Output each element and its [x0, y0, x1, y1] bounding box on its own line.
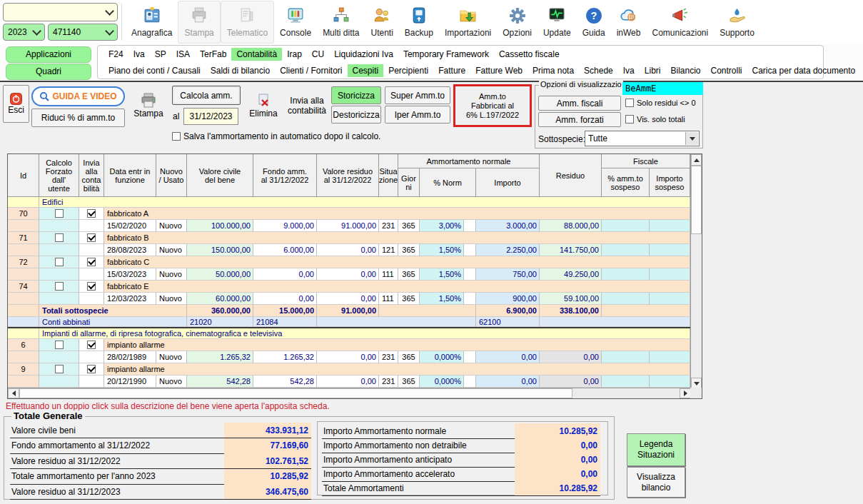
tab-irap[interactable]: Irap: [282, 48, 307, 61]
forzato-checkbox[interactable]: [55, 258, 64, 266]
data-calcolo-field[interactable]: 31/12/2023: [183, 108, 238, 125]
asset-name-cell[interactable]: fabbricato A: [104, 208, 690, 220]
forzato-checkbox[interactable]: [55, 282, 64, 291]
asset-name-cell[interactable]: fabbricato E: [104, 281, 690, 293]
asset-name-cell[interactable]: impianto allarme: [104, 363, 690, 376]
update-tool-button[interactable]: Update: [538, 1, 577, 43]
elimina-button[interactable]: Elimina: [245, 86, 282, 126]
cell-id-empty: [8, 244, 39, 256]
supporto-tool-button[interactable]: Supporto: [714, 1, 760, 43]
opzioni-tool-button[interactable]: Opzioni: [497, 1, 538, 43]
storicizza-button[interactable]: Storicizza: [331, 86, 381, 104]
tab-piano-dei-conti-causali[interactable]: Piano dei conti / Causali: [104, 64, 206, 77]
forzato-checkbox[interactable]: [55, 341, 64, 349]
amm-fabbricati-button[interactable]: Amm.to Fabbricati al 6% L.197/2022: [453, 84, 532, 127]
tab-cespiti[interactable]: Cespiti: [348, 64, 384, 77]
forzato-checkbox[interactable]: [55, 365, 64, 373]
salva-auto-checkbox[interactable]: [172, 132, 181, 141]
iper-amm-button[interactable]: Iper Amm.to: [385, 106, 450, 124]
vertical-scrollbar[interactable]: [690, 154, 702, 389]
tg-right-value: 10.285,92: [515, 423, 600, 438]
tab-schede[interactable]: Schede: [579, 64, 618, 77]
tool-label: Telematico: [227, 28, 268, 38]
invia-checkbox[interactable]: [87, 341, 96, 349]
solo-residui-checkbox[interactable]: [625, 99, 634, 107]
tab-terfab[interactable]: TerFab: [195, 48, 231, 61]
tab-percipienti[interactable]: Percipienti: [383, 64, 433, 77]
amm-fiscali-button[interactable]: Amm. fiscali: [538, 96, 621, 111]
tab-iva[interactable]: Iva: [618, 64, 640, 77]
amm-forzati-button[interactable]: Amm. forzati: [538, 112, 621, 127]
col-header-perc-sospeso: % amm.to sospeso: [602, 168, 650, 197]
tab-sp[interactable]: SP: [150, 48, 171, 61]
esci-button[interactable]: Esci: [3, 85, 29, 123]
guida-e-video-button[interactable]: GUIDA E VIDEO: [31, 86, 125, 106]
forzato-checkbox[interactable]: [55, 233, 64, 242]
comunicazioni-tool-button[interactable]: Comunicazioni: [646, 1, 714, 43]
cell-valore-civile: 542,28: [187, 376, 253, 388]
cell-data-funzione: 20/12/1990: [104, 376, 156, 388]
vertical-scroll-thumb[interactable]: [691, 166, 702, 234]
tg-right-row: Importo Ammortamento accelerato0,00: [322, 466, 600, 482]
invia-checkbox[interactable]: [87, 258, 96, 266]
scroll-up-button[interactable]: [691, 154, 702, 166]
quadri-button[interactable]: Quadri: [6, 64, 91, 80]
invia-checkbox[interactable]: [87, 233, 96, 242]
guida-tool-button[interactable]: ?Guida: [577, 1, 611, 43]
tab-cassetto-fiscale[interactable]: Cassetto fiscale: [494, 48, 565, 61]
tab-saldi-di-bilancio[interactable]: Saldi di bilancio: [206, 64, 275, 77]
tab-iva[interactable]: Iva: [128, 48, 150, 61]
tab-libri[interactable]: Libri: [640, 64, 666, 77]
inweb-tool-button[interactable]: inWeb: [611, 1, 647, 43]
asset-name-cell[interactable]: fabbricato B: [104, 232, 690, 244]
backup-tool-button[interactable]: Backup: [399, 1, 439, 43]
horizontal-scrollbar[interactable]: [8, 388, 691, 398]
visualizza-bilancio-button[interactable]: Visualizza bilancio: [627, 467, 685, 498]
tab-clienti-fornitori[interactable]: Clienti / Fornitori: [275, 64, 347, 77]
tab-contabilit-[interactable]: Contabilità: [231, 48, 282, 61]
tab-carica-per-data-documento[interactable]: Carica per data documento: [747, 64, 861, 77]
super-amm-button[interactable]: Super Amm.to: [385, 86, 450, 104]
asset-name-cell[interactable]: impianto allarme: [104, 339, 690, 351]
anagrafica-tool-button[interactable]: Anagrafica: [126, 1, 178, 43]
tab-prima-nota[interactable]: Prima nota: [528, 64, 579, 77]
stampa-grid-button[interactable]: Stampa: [129, 86, 168, 126]
riduci-amm-button[interactable]: Riduci % di amm.to: [31, 109, 125, 127]
tab-fatture[interactable]: Fatture: [433, 64, 470, 77]
year-select[interactable]: 2023: [3, 24, 45, 41]
scroll-right-button[interactable]: [680, 388, 691, 398]
tg-right-label: Importo Ammortamento normale: [322, 426, 515, 436]
asset-name-row: 9impianto allarme: [8, 363, 690, 376]
tab-controlli[interactable]: Controlli: [706, 64, 747, 77]
console-tool-button[interactable]: Console: [274, 1, 317, 43]
sottospecie-select[interactable]: Tutte: [585, 131, 700, 146]
tab-f24[interactable]: F24: [104, 48, 128, 61]
dropdown-button[interactable]: [685, 132, 698, 145]
scroll-left-button[interactable]: [8, 388, 19, 398]
invia-contabilita-button[interactable]: Invia alla contabilità: [285, 86, 329, 126]
company-code-select[interactable]: 471140: [48, 24, 118, 41]
tab-liquidazioni-iva[interactable]: Liquidazioni Iva: [329, 48, 398, 61]
invia-checkbox[interactable]: [87, 282, 96, 291]
legenda-situazioni-button[interactable]: Legenda Situazioni: [627, 433, 685, 466]
asset-name-cell[interactable]: fabbricato C: [104, 256, 690, 268]
company-select[interactable]: [3, 3, 118, 21]
applicazioni-button[interactable]: Applicazioni: [6, 46, 91, 63]
telematico-icon: [238, 6, 256, 28]
tab-isa[interactable]: ISA: [171, 48, 195, 61]
backup-icon: [410, 6, 428, 28]
invia-checkbox[interactable]: [87, 365, 96, 373]
vis-solo-totali-checkbox[interactable]: [625, 115, 634, 124]
calcola-amm-button[interactable]: Calcola amm.: [172, 86, 241, 105]
utenti-tool-button[interactable]: Utenti: [365, 1, 398, 43]
destoricizza-button[interactable]: Destoricizza: [331, 106, 381, 124]
invia-checkbox[interactable]: [87, 209, 96, 218]
horizontal-scroll-thumb[interactable]: [19, 388, 572, 398]
multi-ditta-tool-button[interactable]: Multi ditta: [317, 1, 365, 43]
importazioni-tool-button[interactable]: Importazioni: [439, 1, 497, 43]
tab-temporary-framework[interactable]: Temporary Framework: [398, 48, 494, 61]
tab-cu[interactable]: CU: [307, 48, 329, 61]
forzato-checkbox[interactable]: [55, 209, 64, 218]
tab-fatture-web[interactable]: Fatture Web: [470, 64, 528, 77]
tab-bilancio[interactable]: Bilancio: [665, 64, 705, 77]
